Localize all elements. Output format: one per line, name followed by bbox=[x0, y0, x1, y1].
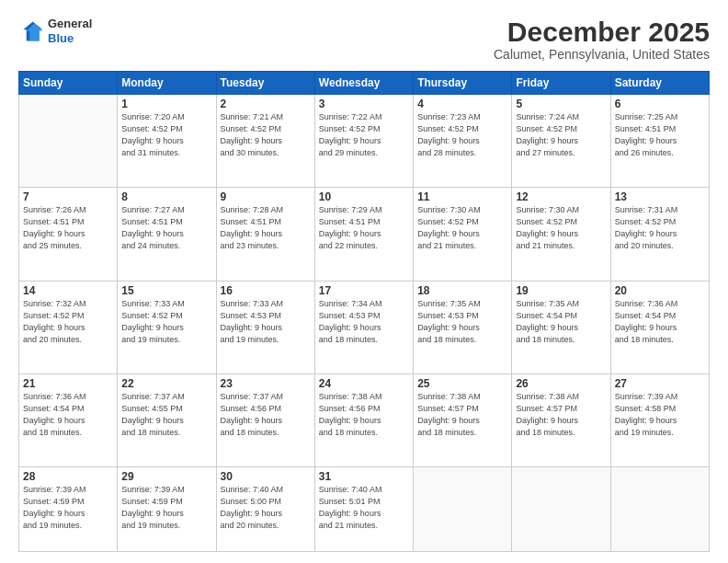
calendar-week-row: 7Sunrise: 7:26 AM Sunset: 4:51 PM Daylig… bbox=[19, 188, 710, 281]
day-number: 10 bbox=[319, 190, 409, 203]
calendar-day-header: Tuesday bbox=[216, 72, 314, 95]
calendar-day-header: Saturday bbox=[610, 72, 709, 95]
logo-icon bbox=[18, 18, 44, 44]
page: General Blue December 2025 Calumet, Penn… bbox=[0, 0, 728, 563]
day-number: 25 bbox=[417, 377, 507, 390]
day-info: Sunrise: 7:24 AM Sunset: 4:52 PM Dayligh… bbox=[516, 111, 606, 159]
day-info: Sunrise: 7:32 AM Sunset: 4:52 PM Dayligh… bbox=[23, 298, 113, 346]
day-number: 23 bbox=[221, 377, 311, 390]
day-number: 17 bbox=[319, 284, 409, 297]
calendar-cell: 5Sunrise: 7:24 AM Sunset: 4:52 PM Daylig… bbox=[512, 95, 610, 188]
calendar-day-header: Friday bbox=[512, 72, 610, 95]
calendar-cell: 17Sunrise: 7:34 AM Sunset: 4:53 PM Dayli… bbox=[314, 281, 413, 373]
calendar-cell: 26Sunrise: 7:38 AM Sunset: 4:57 PM Dayli… bbox=[512, 373, 610, 466]
day-number: 30 bbox=[221, 470, 311, 483]
day-info: Sunrise: 7:21 AM Sunset: 4:52 PM Dayligh… bbox=[221, 111, 311, 159]
logo-text: General Blue bbox=[48, 17, 92, 45]
day-info: Sunrise: 7:36 AM Sunset: 4:54 PM Dayligh… bbox=[23, 391, 113, 439]
day-number: 16 bbox=[221, 284, 311, 297]
calendar-cell: 16Sunrise: 7:33 AM Sunset: 4:53 PM Dayli… bbox=[216, 281, 314, 373]
day-number: 21 bbox=[23, 377, 113, 390]
day-info: Sunrise: 7:36 AM Sunset: 4:54 PM Dayligh… bbox=[615, 298, 705, 346]
calendar-cell: 30Sunrise: 7:40 AM Sunset: 5:00 PM Dayli… bbox=[216, 467, 314, 552]
day-info: Sunrise: 7:34 AM Sunset: 4:53 PM Dayligh… bbox=[319, 298, 409, 346]
day-number: 12 bbox=[516, 190, 606, 203]
day-info: Sunrise: 7:39 AM Sunset: 4:59 PM Dayligh… bbox=[23, 484, 113, 532]
day-info: Sunrise: 7:37 AM Sunset: 4:55 PM Dayligh… bbox=[121, 391, 211, 439]
day-info: Sunrise: 7:35 AM Sunset: 4:54 PM Dayligh… bbox=[516, 298, 606, 346]
calendar-cell: 6Sunrise: 7:25 AM Sunset: 4:51 PM Daylig… bbox=[610, 95, 709, 188]
calendar-day-header: Wednesday bbox=[314, 72, 413, 95]
day-number: 9 bbox=[221, 190, 311, 203]
day-number: 29 bbox=[121, 470, 211, 483]
calendar-table: SundayMondayTuesdayWednesdayThursdayFrid… bbox=[18, 71, 710, 552]
day-number: 4 bbox=[417, 98, 507, 110]
day-info: Sunrise: 7:39 AM Sunset: 4:59 PM Dayligh… bbox=[121, 484, 211, 532]
month-title: December 2025 bbox=[494, 17, 710, 47]
calendar-week-row: 1Sunrise: 7:20 AM Sunset: 4:52 PM Daylig… bbox=[19, 95, 710, 188]
day-number: 13 bbox=[615, 190, 705, 203]
day-number: 27 bbox=[615, 377, 705, 390]
day-info: Sunrise: 7:39 AM Sunset: 4:58 PM Dayligh… bbox=[615, 391, 705, 439]
calendar-cell: 20Sunrise: 7:36 AM Sunset: 4:54 PM Dayli… bbox=[610, 281, 709, 373]
day-info: Sunrise: 7:37 AM Sunset: 4:56 PM Dayligh… bbox=[221, 391, 311, 439]
calendar-day-header: Monday bbox=[118, 72, 216, 95]
day-info: Sunrise: 7:26 AM Sunset: 4:51 PM Dayligh… bbox=[23, 204, 113, 252]
day-info: Sunrise: 7:20 AM Sunset: 4:52 PM Dayligh… bbox=[121, 111, 211, 159]
day-number: 15 bbox=[121, 284, 211, 297]
calendar-cell: 7Sunrise: 7:26 AM Sunset: 4:51 PM Daylig… bbox=[19, 188, 118, 281]
calendar-cell: 14Sunrise: 7:32 AM Sunset: 4:52 PM Dayli… bbox=[19, 281, 118, 373]
logo: General Blue bbox=[18, 17, 92, 45]
calendar-cell: 25Sunrise: 7:38 AM Sunset: 4:57 PM Dayli… bbox=[414, 373, 512, 466]
calendar-cell: 31Sunrise: 7:40 AM Sunset: 5:01 PM Dayli… bbox=[314, 467, 413, 552]
calendar-header-row: SundayMondayTuesdayWednesdayThursdayFrid… bbox=[19, 72, 710, 95]
calendar-cell: 21Sunrise: 7:36 AM Sunset: 4:54 PM Dayli… bbox=[19, 373, 118, 466]
day-number: 18 bbox=[417, 284, 507, 297]
day-number: 22 bbox=[121, 377, 211, 390]
calendar-cell: 22Sunrise: 7:37 AM Sunset: 4:55 PM Dayli… bbox=[118, 373, 216, 466]
calendar-cell: 10Sunrise: 7:29 AM Sunset: 4:51 PM Dayli… bbox=[314, 188, 413, 281]
day-number: 2 bbox=[221, 98, 311, 110]
calendar-week-row: 14Sunrise: 7:32 AM Sunset: 4:52 PM Dayli… bbox=[19, 281, 710, 373]
calendar-cell: 15Sunrise: 7:33 AM Sunset: 4:52 PM Dayli… bbox=[118, 281, 216, 373]
calendar-cell: 3Sunrise: 7:22 AM Sunset: 4:52 PM Daylig… bbox=[314, 95, 413, 188]
day-info: Sunrise: 7:28 AM Sunset: 4:51 PM Dayligh… bbox=[221, 204, 311, 252]
calendar-cell: 27Sunrise: 7:39 AM Sunset: 4:58 PM Dayli… bbox=[610, 373, 709, 466]
calendar-cell: 1Sunrise: 7:20 AM Sunset: 4:52 PM Daylig… bbox=[118, 95, 216, 188]
day-info: Sunrise: 7:33 AM Sunset: 4:52 PM Dayligh… bbox=[121, 298, 211, 346]
calendar-cell: 2Sunrise: 7:21 AM Sunset: 4:52 PM Daylig… bbox=[216, 95, 314, 188]
calendar-cell: 12Sunrise: 7:30 AM Sunset: 4:52 PM Dayli… bbox=[512, 188, 610, 281]
logo-line2: Blue bbox=[48, 31, 74, 45]
day-info: Sunrise: 7:38 AM Sunset: 4:56 PM Dayligh… bbox=[319, 391, 409, 439]
calendar-cell: 18Sunrise: 7:35 AM Sunset: 4:53 PM Dayli… bbox=[414, 281, 512, 373]
calendar-cell: 28Sunrise: 7:39 AM Sunset: 4:59 PM Dayli… bbox=[19, 467, 118, 552]
day-info: Sunrise: 7:38 AM Sunset: 4:57 PM Dayligh… bbox=[516, 391, 606, 439]
calendar-day-header: Sunday bbox=[19, 72, 118, 95]
day-number: 1 bbox=[121, 98, 211, 110]
day-number: 5 bbox=[516, 98, 606, 110]
calendar-cell: 11Sunrise: 7:30 AM Sunset: 4:52 PM Dayli… bbox=[414, 188, 512, 281]
calendar-cell: 4Sunrise: 7:23 AM Sunset: 4:52 PM Daylig… bbox=[414, 95, 512, 188]
calendar-cell: 29Sunrise: 7:39 AM Sunset: 4:59 PM Dayli… bbox=[118, 467, 216, 552]
day-info: Sunrise: 7:29 AM Sunset: 4:51 PM Dayligh… bbox=[319, 204, 409, 252]
day-info: Sunrise: 7:30 AM Sunset: 4:52 PM Dayligh… bbox=[516, 204, 606, 252]
day-number: 26 bbox=[516, 377, 606, 390]
day-number: 20 bbox=[615, 284, 705, 297]
calendar-cell: 23Sunrise: 7:37 AM Sunset: 4:56 PM Dayli… bbox=[216, 373, 314, 466]
calendar-cell bbox=[512, 467, 610, 552]
day-info: Sunrise: 7:23 AM Sunset: 4:52 PM Dayligh… bbox=[417, 111, 507, 159]
day-info: Sunrise: 7:27 AM Sunset: 4:51 PM Dayligh… bbox=[121, 204, 211, 252]
title-block: December 2025 Calumet, Pennsylvania, Uni… bbox=[494, 17, 710, 62]
day-info: Sunrise: 7:35 AM Sunset: 4:53 PM Dayligh… bbox=[417, 298, 507, 346]
day-number: 31 bbox=[319, 470, 409, 483]
day-info: Sunrise: 7:40 AM Sunset: 5:00 PM Dayligh… bbox=[221, 484, 311, 532]
day-number: 19 bbox=[516, 284, 606, 297]
day-info: Sunrise: 7:31 AM Sunset: 4:52 PM Dayligh… bbox=[615, 204, 705, 252]
day-info: Sunrise: 7:38 AM Sunset: 4:57 PM Dayligh… bbox=[417, 391, 507, 439]
calendar-cell bbox=[414, 467, 512, 552]
calendar-day-header: Thursday bbox=[414, 72, 512, 95]
day-info: Sunrise: 7:25 AM Sunset: 4:51 PM Dayligh… bbox=[615, 111, 705, 159]
day-number: 28 bbox=[23, 470, 113, 483]
day-number: 24 bbox=[319, 377, 409, 390]
logo-line1: General bbox=[48, 17, 92, 30]
